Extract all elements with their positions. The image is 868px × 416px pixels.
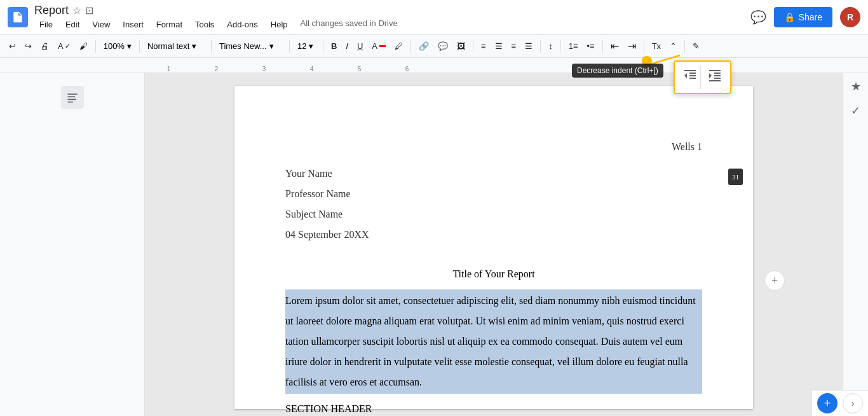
increase-indent-button[interactable]: ⇥ [624, 38, 640, 55]
professor-name-line: Professor Name [285, 184, 702, 204]
zoom-chevron: ▾ [127, 41, 132, 51]
text-color-button[interactable]: A [368, 39, 390, 53]
title-area: Report ☆ ⊡ File Edit View Insert Format … [34, 4, 744, 31]
spellcheck-button[interactable]: A✓ [54, 39, 74, 53]
separator-3 [211, 40, 212, 53]
spellcheck-icon[interactable]: ✓ [851, 104, 860, 118]
header-text: Wells 1 [672, 141, 702, 152]
link-button[interactable]: 🔗 [415, 39, 433, 53]
menu-format[interactable]: Format [151, 18, 187, 31]
report-title: Title of Your Report [452, 268, 534, 279]
separator-8 [540, 40, 541, 53]
undo-button[interactable]: ↩ [5, 39, 20, 53]
zoom-select[interactable]: 100% ▾ [100, 39, 135, 53]
svg-rect-2 [67, 99, 76, 101]
size-value: 12 [297, 41, 306, 51]
ruler-mark-2: 2 [193, 66, 240, 73]
menu-insert[interactable]: Insert [118, 18, 149, 31]
bottom-add-button[interactable]: + [817, 393, 837, 413]
zoom-value: 100% [104, 41, 125, 51]
left-sidebar [0, 73, 145, 416]
menu-tools[interactable]: Tools [190, 18, 219, 31]
justify-button[interactable]: ☰ [521, 39, 536, 53]
body-text: Lorem ipsum dolor sit amet, consectetuer… [285, 295, 696, 387]
align-left-button[interactable]: ≡ [477, 39, 490, 53]
highlight-button[interactable]: 🖊 [391, 39, 407, 53]
page-indicator: 31 [728, 169, 743, 185]
body-paragraph[interactable]: Lorem ipsum dolor sit amet, consectetuer… [285, 289, 702, 394]
outline-icon[interactable] [61, 86, 84, 109]
style-select[interactable]: Normal text ▾ [144, 39, 207, 53]
add-content-button[interactable]: + [764, 270, 785, 291]
separator-7 [473, 40, 473, 53]
separator-12 [684, 40, 685, 53]
underline-button[interactable]: U [353, 39, 367, 53]
separator-6 [410, 40, 411, 53]
right-icons: 💬 🔒 Share R [750, 7, 860, 27]
main-layout: 31 Wells 1 Your Name Professor Name Subj… [0, 73, 868, 416]
toolbar: ↩ ↪ 🖨 A✓ 🖌 100% ▾ Normal text ▾ Times Ne… [0, 35, 868, 58]
ruler-mark-4: 4 [288, 66, 336, 73]
separator-10 [602, 40, 603, 53]
style-chevron: ▾ [192, 41, 196, 51]
subject-name-line: Subject Name [285, 204, 702, 225]
doc-content[interactable]: Your Name Professor Name Subject Name 04… [285, 163, 702, 245]
tooltip-label: Decrease indent (Ctrl+[) [572, 64, 663, 78]
section-header: SECTION HEADER [285, 399, 702, 416]
header-right: Wells 1 [285, 137, 702, 157]
separator-2 [139, 40, 140, 53]
menu-addons[interactable]: Add-ons [222, 18, 262, 31]
font-select[interactable]: Times New... ▾ [215, 39, 285, 53]
font-value: Times New... [219, 41, 267, 51]
align-center-button[interactable]: ☰ [491, 39, 506, 53]
font-chevron: ▾ [269, 41, 274, 51]
decrease-indent-button[interactable]: ⇤ [607, 38, 623, 55]
bullet-list-button[interactable]: •≡ [583, 39, 599, 53]
separator-5 [323, 40, 323, 53]
menu-edit[interactable]: Edit [60, 18, 85, 31]
style-value: Normal text [147, 41, 189, 51]
paint-format-button[interactable]: 🖌 [76, 39, 92, 53]
svg-rect-1 [67, 96, 75, 97]
avatar[interactable]: R [840, 7, 860, 27]
line-spacing-button[interactable]: ↕ [545, 39, 557, 53]
menu-view[interactable]: View [87, 18, 115, 31]
menu-bar: File Edit View Insert Format Tools Add-o… [34, 18, 744, 31]
date-line: 04 September 20XX [285, 225, 702, 245]
explore-icon[interactable]: ★ [851, 80, 861, 94]
more-button[interactable]: ⌃ [666, 39, 681, 53]
bold-button[interactable]: B [327, 39, 341, 53]
size-select[interactable]: 12 ▾ [294, 39, 319, 53]
svg-rect-0 [67, 94, 77, 95]
menu-help[interactable]: Help [266, 18, 293, 31]
comment-inline-button[interactable]: 💬 [434, 39, 452, 53]
bottom-expand-button[interactable]: › [843, 393, 863, 413]
clear-formatting-button[interactable]: Tx [648, 39, 665, 53]
scroll-area[interactable]: 31 Wells 1 Your Name Professor Name Subj… [145, 73, 843, 416]
menu-file[interactable]: File [34, 18, 58, 31]
doc-title: Report [34, 4, 69, 17]
redo-button[interactable]: ↪ [21, 39, 36, 53]
print-button[interactable]: 🖨 [37, 39, 53, 53]
doc-title-row: Report ☆ ⊡ [34, 4, 744, 17]
star-icon[interactable]: ☆ [72, 4, 81, 17]
separator-4 [289, 40, 290, 53]
separator-9 [560, 40, 561, 53]
align-right-button[interactable]: ≡ [508, 39, 520, 53]
share-button[interactable]: 🔒 Share [774, 7, 832, 27]
increase-indent-icon-large [705, 66, 725, 89]
title-center: Title of Your Report [285, 264, 702, 284]
separator-1 [95, 40, 96, 53]
numbered-list-button[interactable]: 1≡ [565, 39, 582, 53]
doc-icon [8, 7, 28, 27]
ruler-mark-6: 6 [383, 66, 431, 73]
italic-button[interactable]: I [342, 39, 352, 53]
your-name-line: Your Name [285, 163, 702, 184]
save-status: All changes saved in Drive [301, 18, 398, 31]
folder-icon[interactable]: ⊡ [85, 4, 93, 17]
size-chevron: ▾ [309, 41, 313, 51]
comment-button[interactable]: 💬 [750, 10, 766, 25]
page: 31 Wells 1 Your Name Professor Name Subj… [234, 86, 753, 409]
voice-typing-button[interactable]: ✎ [689, 39, 703, 53]
image-button[interactable]: 🖼 [453, 39, 469, 53]
